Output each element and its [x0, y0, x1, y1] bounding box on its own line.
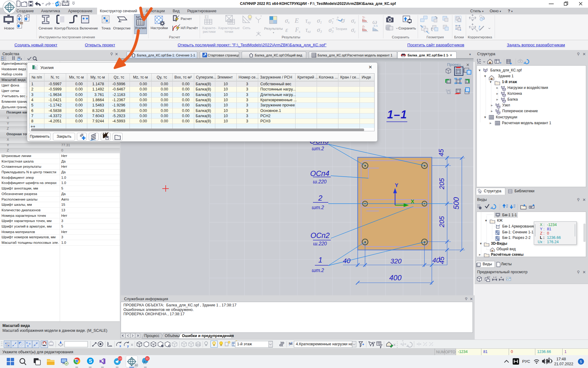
svg-text:σ̃1: σ̃1 — [329, 17, 334, 25]
svg-text:4.Кратковременные нагрузки на: 4.Кратковременные нагрузки на — [296, 342, 353, 346]
svg-text:NQM: NQM — [136, 15, 145, 20]
svg-text:σe: σe — [351, 17, 356, 25]
svg-text:5: 5 — [580, 360, 582, 364]
svg-text:1.2: 1.2 — [493, 276, 497, 279]
svg-text:σ3: σ3 — [317, 26, 322, 34]
svg-text:40: 40 — [432, 256, 440, 264]
svg-text:σ1: σ1 — [317, 17, 322, 25]
svg-text:τxz: τxz — [305, 26, 311, 34]
svg-text:2: 2 — [318, 194, 322, 202]
svg-text:шт.2: шт.2 — [312, 205, 324, 210]
svg-text:σ̃3: σ̃3 — [329, 26, 334, 34]
svg-text:205: 205 — [438, 216, 446, 228]
svg-text:y: y — [127, 344, 129, 348]
svg-text:ш.220: ш.220 — [313, 241, 327, 246]
svg-text:σx: σx — [285, 17, 290, 25]
svg-text:XY: XY — [487, 276, 490, 278]
svg-text:E: E — [294, 17, 299, 24]
svg-text:Проекц...: Проекц... — [447, 62, 464, 67]
svg-text:Y: Y — [395, 182, 398, 188]
svg-text:x: x — [119, 344, 121, 348]
svg-text:Zı: Zı — [362, 25, 365, 28]
svg-text:ш.220: ш.220 — [313, 179, 327, 184]
svg-text:21.07.2022: 21.07.2022 — [554, 362, 573, 366]
svg-text:ε: ε — [285, 26, 288, 33]
svg-text:X: X — [411, 199, 414, 205]
svg-text:Yı: Yı — [362, 16, 365, 19]
svg-text:320: 320 — [390, 257, 402, 265]
svg-text:123: 123 — [118, 357, 123, 360]
svg-text:400: 400 — [389, 274, 402, 282]
svg-text:40: 40 — [343, 257, 351, 265]
svg-text:PDF: PDF — [20, 22, 24, 24]
svg-text:Fs: Fs — [295, 26, 300, 34]
svg-text:1-й этаж: 1-й этаж — [237, 342, 252, 346]
svg-text:22: 22 — [146, 357, 149, 360]
svg-text:EI: EI — [205, 15, 209, 19]
svg-text:A-A: A-A — [373, 25, 378, 27]
svg-text:τxy: τxy — [305, 17, 311, 25]
svg-text:σ: σ — [341, 16, 345, 24]
svg-text:σc: σc — [351, 26, 356, 34]
svg-text:22: 22 — [135, 364, 138, 367]
svg-text:S: S — [89, 358, 92, 364]
svg-text:45: 45 — [437, 149, 445, 156]
svg-text:Процесс: Процесс — [144, 334, 159, 338]
svg-text:500: 500 — [452, 197, 460, 209]
svg-text:1–1: 1–1 — [387, 108, 407, 121]
svg-text:ОСп2: ОСп2 — [311, 231, 330, 240]
svg-text:Y: Y — [260, 15, 262, 17]
svg-text:шт.2: шт.2 — [312, 268, 324, 273]
svg-text:✕: ✕ — [466, 63, 469, 67]
svg-text:шт.2: шт.2 — [312, 146, 324, 151]
svg-text:Объёмы: Объёмы — [165, 334, 180, 338]
svg-text:17:48: 17:48 — [556, 357, 566, 361]
svg-text:A: A — [500, 276, 502, 279]
svg-text:z: z — [255, 16, 257, 19]
svg-text:РУС: РУС — [522, 359, 530, 364]
svg-text:205: 205 — [438, 178, 446, 190]
svg-text:Ошибки и предупреждения: Ошибки и предупреждения — [182, 334, 234, 338]
svg-text:ОСп4: ОСп4 — [310, 169, 330, 178]
svg-text:1: 1 — [318, 256, 322, 264]
